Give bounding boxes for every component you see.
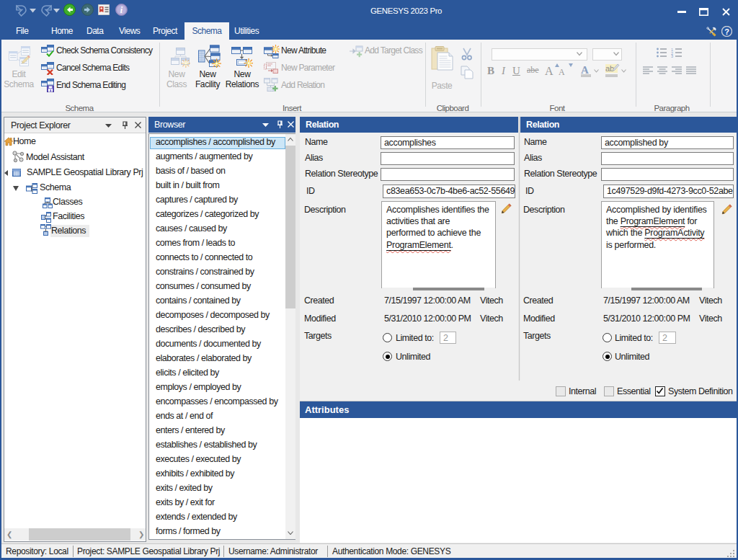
svg-text:?: ? <box>724 27 729 36</box>
svg-text:3: 3 <box>671 54 673 58</box>
